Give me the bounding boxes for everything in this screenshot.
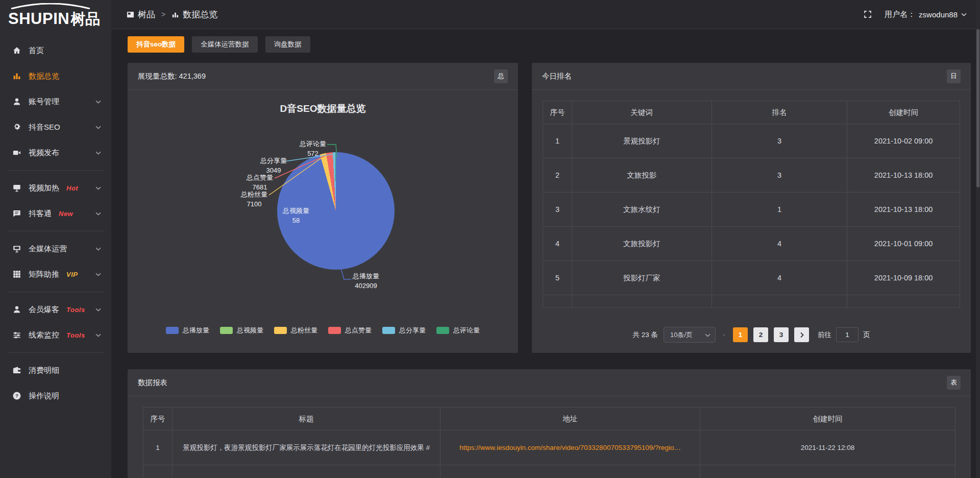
logo-arc-icon (9, 3, 92, 9)
legend-item[interactable]: 总视频量 (220, 326, 263, 335)
table-badge[interactable]: 表 (947, 376, 961, 390)
page-size-select[interactable]: 10条/页 (664, 327, 716, 343)
sidebar-item-label: 全媒体运营 (29, 244, 67, 254)
sidebar-item-7[interactable]: 全媒体运营 (0, 236, 111, 261)
page-scrollbar[interactable] (976, 0, 980, 478)
table-cell: 景观投影灯 (572, 124, 712, 158)
ranking-table: 序号关键词排名创建时间 1景观投影灯32021-10-02 09:002文旅投影… (543, 101, 960, 308)
help-icon: ? (12, 391, 21, 400)
legend-swatch (382, 327, 395, 334)
screen-icon (12, 244, 21, 253)
legend-swatch (436, 327, 449, 334)
report-title: 数据报表 (138, 378, 167, 388)
table-row-partial (543, 295, 960, 308)
sidebar-item-label: 线索监控 (29, 330, 59, 340)
column-header: 创建时间 (700, 408, 955, 431)
main-area: 树品 > 数据总览 用户名：zswodun88 (111, 0, 980, 478)
table-row: 5投影灯厂家42021-10-09 18:00 (543, 261, 960, 295)
legend-item[interactable]: 总分享量 (382, 326, 426, 335)
pie-label-name: 总分享量 (252, 156, 295, 166)
legend-item[interactable]: 总粉丝量 (274, 326, 317, 335)
sidebar-item-0[interactable]: 首页 (0, 38, 111, 63)
report-url-cell: https://www.iesdouyin.com/share/video/70… (440, 431, 700, 465)
chevron-down-icon (705, 333, 710, 337)
sidebar-item-3[interactable]: 抖音SEO (0, 114, 111, 140)
tab-2[interactable]: 询盘数据 (265, 36, 310, 53)
prev-page-button[interactable] (721, 332, 727, 338)
username: zswodun88 (919, 10, 958, 19)
breadcrumb-label: 数据总览 (183, 9, 217, 20)
pie-label-name: 总播放量 (345, 272, 387, 281)
table-cell (572, 295, 712, 308)
table-cell (440, 465, 700, 478)
column-header: 标题 (173, 408, 440, 431)
topbar-right: 用户名：zswodun88 (863, 10, 967, 19)
sidebar-item-2[interactable]: 账号管理 (0, 89, 111, 114)
scrollbar-thumb[interactable] (976, 29, 979, 187)
tab-1[interactable]: 全媒体运营数据 (192, 36, 258, 53)
ranking-panel: 今日排名 日 序号关键词排名创建时间 1景观投影灯32021-10-02 09:… (532, 63, 971, 353)
sidebar-item-4[interactable]: 视频发布 (0, 140, 111, 165)
legend-item[interactable]: 总播放量 (166, 326, 209, 335)
wallet-icon (12, 366, 21, 375)
next-page-button[interactable] (794, 327, 809, 342)
report-table: 序号标题地址创建时间 1景观投影灯，夜游景观投影灯厂家展示展示落花灯在花园里的灯… (143, 407, 955, 478)
pie-label-value: 7100 (233, 200, 276, 209)
pie-label-value: 572 (291, 149, 334, 159)
member-icon (12, 305, 21, 314)
user-menu[interactable]: 用户名：zswodun88 (885, 10, 967, 19)
report-link[interactable]: https://www.iesdouyin.com/share/video/70… (459, 444, 681, 451)
goto-label: 前往 (818, 330, 831, 340)
sidebar-item-9[interactable]: 会员爆客Tools (0, 297, 111, 322)
pagination-total: 共 23 条 (632, 330, 658, 340)
home-icon (12, 46, 21, 55)
goto-page: 前往页 (818, 327, 870, 342)
report-header-row: 序号标题地址创建时间 (143, 408, 955, 431)
page-button-2[interactable]: 2 (753, 327, 768, 342)
pie-label: 总播放量402909 (345, 272, 387, 291)
legend-item[interactable]: 总点赞量 (328, 326, 372, 335)
pie-label-value: 7681 (238, 183, 281, 193)
fullscreen-icon[interactable] (863, 10, 872, 19)
legend-item[interactable]: 总评论量 (436, 326, 480, 335)
sidebar-item-11[interactable]: 消费明细 (0, 357, 111, 383)
monitor-icon (12, 183, 21, 193)
goto-page-input[interactable] (836, 327, 859, 342)
chart-mini-icon (172, 11, 179, 18)
impressions-total: 展现量总数: 421,369 (138, 71, 206, 81)
table-cell: 2 (543, 158, 572, 193)
table-cell: 3 (712, 158, 847, 193)
table-row: 3文旅水纹灯12021-10-13 18:00 (543, 193, 960, 227)
top-panels-row: 展现量总数: 421,369 总 D音SEO数据量总览 总播放量402909总视… (128, 63, 971, 353)
column-header: 排名 (712, 101, 847, 124)
sidebar-item-tag: Tools (66, 306, 85, 314)
column-header: 关键词 (572, 101, 712, 124)
sidebar-item-1[interactable]: 数据总览 (0, 63, 111, 89)
pie-leader-lines (128, 90, 518, 324)
page-button-1[interactable]: 1 (733, 327, 748, 342)
sidebar-nav: 首页数据总览账号管理抖音SEO视频发布视频加热Hot抖客通New全媒体运营矩阵助… (0, 31, 111, 478)
total-badge[interactable]: 总 (494, 69, 508, 83)
page-button-3[interactable]: 3 (774, 327, 789, 342)
pie-label: 总点赞量7681 (238, 173, 281, 193)
breadcrumb-separator: > (161, 10, 165, 18)
sidebar-item-tag: Tools (66, 331, 85, 339)
table-cell: 4 (543, 227, 572, 261)
day-badge[interactable]: 日 (947, 69, 961, 83)
legend-swatch (328, 327, 341, 334)
sidebar-item-label: 首页 (29, 46, 44, 56)
sidebar-item-10[interactable]: 线索监控Tools (0, 322, 111, 348)
breadcrumb-home[interactable]: 树品 (127, 9, 155, 20)
sidebar-item-6[interactable]: 抖客通New (0, 201, 111, 226)
table-cell (700, 465, 955, 478)
chevron-down-icon (95, 186, 101, 190)
sidebar-item-8[interactable]: 矩阵助推VIP (0, 261, 111, 287)
sidebar-item-5[interactable]: 视频加热Hot (0, 175, 111, 201)
tab-0[interactable]: 抖音seo数据 (128, 36, 184, 53)
table-row: 2文旅投影32021-10-13 18:00 (543, 158, 960, 193)
sidebar-divider (7, 352, 104, 353)
breadcrumb-current[interactable]: 数据总览 (172, 9, 217, 20)
table-cell: 2021-10-09 18:00 (847, 261, 960, 295)
video-publish-icon (12, 148, 21, 157)
sidebar-item-12[interactable]: ?操作说明 (0, 383, 111, 409)
